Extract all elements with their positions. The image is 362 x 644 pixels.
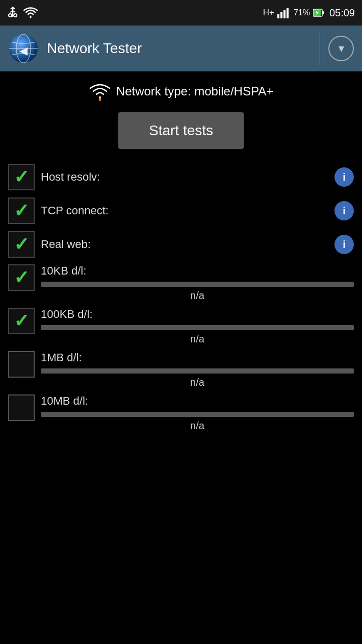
app-title: Network Tester — [47, 40, 320, 57]
10kb-dl-label: 10KB d/l: — [41, 264, 86, 278]
svg-rect-17 — [99, 98, 101, 101]
network-type-row: Network type: mobile/HSPA+ — [8, 82, 354, 101]
start-button-container: Start tests — [8, 112, 354, 149]
test-row-host-resolv: ✓ Host resolv: i — [8, 163, 354, 191]
tests-list: ✓ Host resolv: i ✓ TCP connect: i ✓ Real… — [8, 163, 354, 432]
tcp-connect-checkbox[interactable]: ✓ — [8, 197, 35, 224]
100kb-dl-checkbox[interactable]: ✓ — [8, 308, 35, 334]
tcp-connect-info-button[interactable]: i — [334, 201, 354, 220]
host-resolv-label: Host resolv: — [41, 170, 133, 184]
10mb-dl-progress-bar — [41, 412, 354, 417]
10kb-dl-header: 10KB d/l: — [41, 264, 354, 278]
appbar-divider — [320, 31, 320, 66]
10kb-dl-progress-bar — [41, 282, 354, 287]
10kb-dl-checkmark: ✓ — [14, 268, 29, 287]
wifi-icon — [23, 6, 38, 19]
10mb-dl-value: n/a — [41, 420, 354, 432]
battery-icon — [313, 8, 324, 17]
10mb-dl-header: 10MB d/l: — [41, 394, 354, 408]
test-row-10mb-dl: 10MB d/l: n/a — [8, 394, 354, 432]
status-bar: H+ 71% 05:09 — [0, 0, 362, 26]
test-row-100kb-dl: ✓ 100KB d/l: n/a — [8, 308, 354, 345]
usb-icon — [7, 6, 18, 20]
network-mode-label: H+ — [263, 8, 274, 18]
real-web-label: Real web: — [41, 238, 133, 251]
battery-percentage: 71% — [294, 8, 310, 17]
10mb-dl-checkbox[interactable] — [8, 394, 35, 421]
svg-rect-11 — [322, 11, 324, 14]
1mb-dl-progress-bar — [41, 368, 354, 374]
app-globe-icon — [8, 33, 39, 64]
main-content: Network type: mobile/HSPA+ Start tests ✓… — [0, 71, 362, 448]
real-web-checkbox[interactable]: ✓ — [8, 231, 35, 258]
real-web-checkmark: ✓ — [14, 235, 29, 254]
svg-rect-8 — [283, 10, 286, 18]
10kb-dl-checkbox[interactable]: ✓ — [8, 264, 35, 291]
1mb-dl-checkbox[interactable] — [8, 351, 35, 378]
1mb-dl-content: 1MB d/l: n/a — [41, 351, 354, 388]
status-left-icons — [7, 6, 38, 20]
info-icon: i — [343, 205, 346, 217]
host-resolv-checkbox[interactable]: ✓ — [8, 164, 35, 190]
10mb-dl-label: 10MB d/l: — [41, 394, 88, 408]
100kb-dl-value: n/a — [41, 333, 354, 345]
svg-rect-7 — [280, 12, 282, 18]
real-web-info-button[interactable]: i — [334, 235, 354, 254]
100kb-dl-checkmark: ✓ — [14, 312, 29, 330]
tcp-connect-checkmark: ✓ — [14, 202, 29, 220]
app-bar: Network Tester ▾ — [0, 26, 362, 71]
test-row-tcp-connect: ✓ TCP connect: i — [8, 197, 354, 225]
host-resolv-info-button[interactable]: i — [334, 167, 354, 187]
1mb-dl-header: 1MB d/l: — [41, 351, 354, 364]
status-right-icons: H+ 71% 05:09 — [263, 7, 355, 19]
100kb-dl-content: 100KB d/l: n/a — [41, 308, 354, 345]
info-icon: i — [343, 239, 346, 251]
10kb-dl-content: 10KB d/l: n/a — [41, 264, 354, 302]
100kb-dl-progress-bar — [41, 325, 354, 330]
1mb-dl-value: n/a — [41, 377, 354, 388]
signal-bars-icon — [277, 7, 291, 18]
10mb-dl-content: 10MB d/l: n/a — [41, 394, 354, 432]
overflow-menu-button[interactable]: ▾ — [328, 36, 354, 61]
svg-rect-6 — [277, 14, 279, 18]
svg-point-3 — [14, 14, 17, 17]
1mb-dl-label: 1MB d/l: — [41, 351, 82, 364]
test-row-1mb-dl: 1MB d/l: n/a — [8, 351, 354, 388]
host-resolv-checkmark: ✓ — [14, 168, 29, 186]
wireless-signal-icon — [89, 82, 111, 101]
svg-point-2 — [9, 14, 12, 17]
info-icon: i — [343, 171, 346, 183]
network-type-text: Network type: mobile/HSPA+ — [116, 84, 273, 98]
100kb-dl-header: 100KB d/l: — [41, 308, 354, 321]
chevron-down-icon: ▾ — [339, 42, 344, 55]
test-row-real-web: ✓ Real web: i — [8, 231, 354, 258]
time-display: 05:09 — [329, 7, 355, 19]
10kb-dl-value: n/a — [41, 290, 354, 302]
start-tests-button[interactable]: Start tests — [118, 112, 244, 149]
tcp-connect-label: TCP connect: — [41, 204, 133, 217]
test-row-10kb-dl: ✓ 10KB d/l: n/a — [8, 264, 354, 302]
100kb-dl-label: 100KB d/l: — [41, 308, 93, 321]
svg-marker-1 — [10, 7, 15, 9]
svg-rect-9 — [287, 8, 289, 18]
